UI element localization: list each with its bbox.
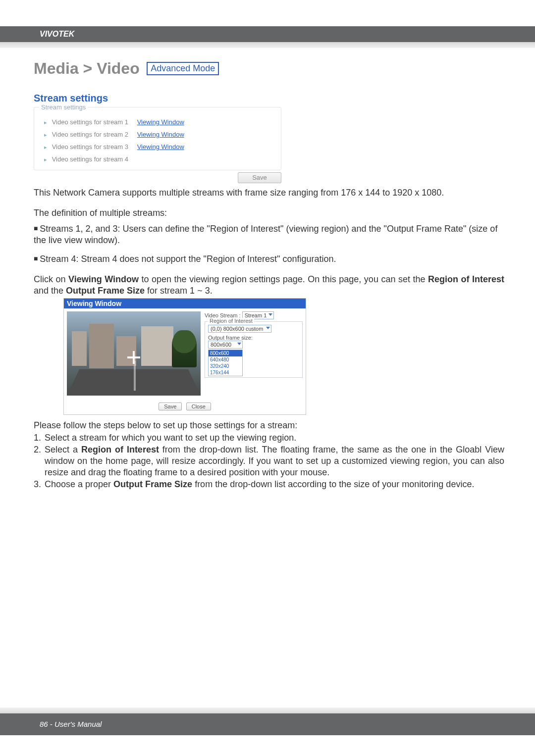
viewing-window-buttons: Save Close xyxy=(64,399,306,414)
bold-ofs: Output Frame Size xyxy=(66,286,145,296)
bullet-item-2: Stream 4: Stream 4 does not support the … xyxy=(34,253,504,265)
ofs-option[interactable]: 320x240 xyxy=(209,363,242,369)
step-text: Choose a proper Output Frame Size from t… xyxy=(45,479,504,490)
preview-building xyxy=(72,331,87,366)
stream-row-label: Video settings for stream 4 xyxy=(52,155,128,163)
viewing-window-title: Viewing Window xyxy=(64,299,306,308)
viewing-window-paragraph: Click on Viewing Window to open the view… xyxy=(34,274,504,297)
viewing-window-body: Video Stream : Stream 1 Region of Intere… xyxy=(64,308,306,399)
stream-row-label: Video settings for stream 3 xyxy=(52,143,128,151)
step-text: Select a stream for which you want to se… xyxy=(45,432,504,444)
bold-viewing-window: Viewing Window xyxy=(68,274,139,284)
stream-settings-heading: Stream settings xyxy=(34,93,504,104)
viewing-window-sidebar: Video Stream : Stream 1 Region of Intere… xyxy=(205,311,303,396)
step-number: 3. xyxy=(34,479,45,490)
save-row: Save xyxy=(34,170,281,183)
preview-image[interactable] xyxy=(67,311,201,396)
expand-arrow-icon: ▸ xyxy=(44,156,47,162)
vw-close-button[interactable]: Close xyxy=(186,403,211,410)
panel-legend: Stream settings xyxy=(39,103,88,111)
step-1: 1. Select a stream for which you want to… xyxy=(34,432,504,444)
move-crosshair-icon[interactable] xyxy=(127,351,140,364)
ofs-select[interactable]: 800x600 xyxy=(208,341,243,349)
expand-arrow-icon: ▸ xyxy=(44,119,47,125)
bullet-text: Streams 1, 2, and 3: Users can define th… xyxy=(34,224,497,245)
header-divider xyxy=(0,42,535,48)
bullet-text: Stream 4: Stream 4 does not support the … xyxy=(40,254,336,264)
intro-paragraph: This Network Camera supports multiple st… xyxy=(34,187,504,199)
step-text: Select a Region of Interest from the dro… xyxy=(45,444,504,479)
title-row: Media > Video Advanced Mode xyxy=(34,59,504,78)
page-root: VIVOTEK Media > Video Advanced Mode Stre… xyxy=(0,0,535,756)
save-button[interactable]: Save xyxy=(238,172,281,183)
brand-header: VIVOTEK xyxy=(0,26,535,42)
ofs-option[interactable]: 176x144 xyxy=(209,369,242,376)
step-3: 3. Choose a proper Output Frame Size fro… xyxy=(34,479,504,490)
definition-heading: The definition of multiple streams: xyxy=(34,207,504,219)
bullet-item-1: Streams 1, 2, and 3: Users can define th… xyxy=(34,223,504,247)
viewing-window-link[interactable]: Viewing Window xyxy=(137,131,184,138)
roi-fieldset: Region of Interest (0,0) 800x600 custom … xyxy=(205,321,303,378)
step-2: 2. Select a Region of Interest from the … xyxy=(34,444,504,479)
roi-select[interactable]: (0,0) 800x600 custom xyxy=(208,325,271,333)
ordered-steps: 1. Select a stream for which you want to… xyxy=(34,432,504,490)
bold-ofs: Output Frame Size xyxy=(113,479,192,489)
mode-badge: Advanced Mode xyxy=(147,62,219,75)
preview-lane xyxy=(134,361,136,391)
stream-row-1[interactable]: ▸ Video settings for stream 1 Viewing Wi… xyxy=(41,116,274,129)
footer-divider xyxy=(0,707,535,713)
bold-roi: Region of Interest xyxy=(81,445,159,454)
expand-arrow-icon: ▸ xyxy=(44,132,47,138)
page-title: Media > Video xyxy=(34,59,140,78)
ofs-option[interactable]: 800x600 xyxy=(209,350,242,356)
viewing-window-figure: Viewing Window Video Stream : Stream 1 xyxy=(63,298,306,415)
expand-arrow-icon: ▸ xyxy=(44,144,47,150)
roi-legend: Region of Interest xyxy=(208,318,254,324)
ofs-option[interactable]: 640x480 xyxy=(209,356,242,363)
stream-settings-panel: Stream settings ▸ Video settings for str… xyxy=(34,107,281,170)
ofs-options-list[interactable]: 800x600 640x480 320x240 176x144 xyxy=(208,350,243,376)
bold-roi: Region of Interest xyxy=(428,274,504,284)
footer-text: 86 - User's Manual xyxy=(40,720,102,728)
viewing-window-link[interactable]: Viewing Window xyxy=(137,143,184,151)
vw-save-button[interactable]: Save xyxy=(159,403,182,410)
preview-building xyxy=(89,324,114,368)
ofs-label: Output frame size: xyxy=(208,335,299,341)
preview-building xyxy=(141,326,173,366)
stream-row-3[interactable]: ▸ Video settings for stream 3 Viewing Wi… xyxy=(41,141,274,153)
preview-tree xyxy=(172,330,197,367)
step-number: 2. xyxy=(34,444,45,479)
step-number: 1. xyxy=(34,432,45,444)
stream-row-4[interactable]: ▸ Video settings for stream 4 xyxy=(41,153,274,166)
stream-row-2[interactable]: ▸ Video settings for stream 2 Viewing Wi… xyxy=(41,129,274,141)
viewing-window-link[interactable]: Viewing Window xyxy=(137,118,184,126)
steps-intro: Please follow the steps below to set up … xyxy=(34,420,504,431)
content-area: Media > Video Advanced Mode Stream setti… xyxy=(34,59,504,490)
brand-text: VIVOTEK xyxy=(40,30,74,38)
stream-row-label: Video settings for stream 2 xyxy=(52,131,128,138)
stream-row-label: Video settings for stream 1 xyxy=(52,118,128,126)
page-footer: 86 - User's Manual xyxy=(0,713,535,735)
